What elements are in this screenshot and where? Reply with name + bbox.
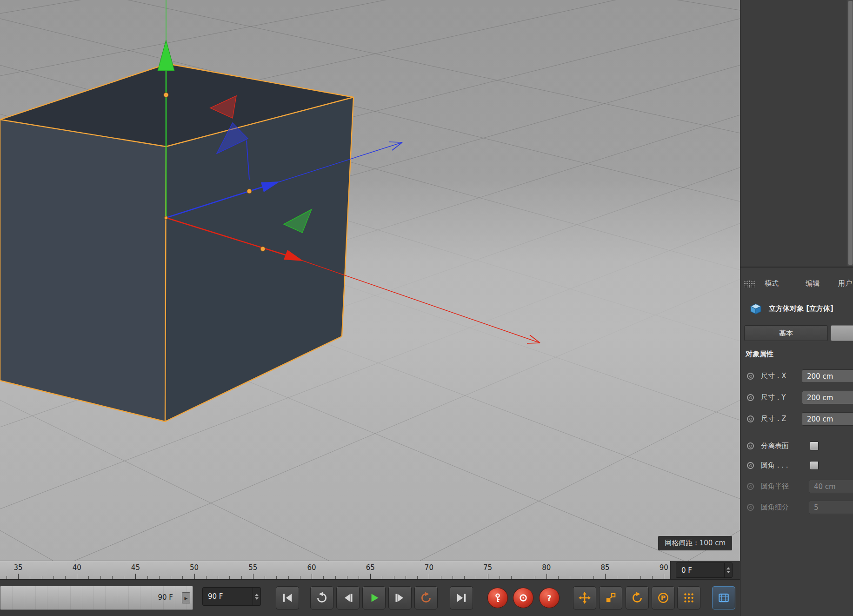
scrollbar-thumb[interactable] [848,1,853,265]
keyframe-dot-icon[interactable] [747,394,754,401]
play-button[interactable] [362,586,386,609]
attribute-tabs: 基本 [740,325,853,343]
animate-parameters-toggle[interactable]: P [652,586,675,609]
timeline-ruler[interactable]: 354045505560657075808590 0 F [0,561,740,579]
move-axes-icon [579,592,591,604]
ruler-tick [476,576,476,579]
keyframe-options-button[interactable]: ? [539,588,560,608]
animate-pla-toggle[interactable] [677,586,700,609]
tab-next-partial[interactable] [831,325,853,341]
ruler-tick [652,576,653,579]
spinner-arrows[interactable] [253,588,260,605]
ruler-tick [124,576,124,579]
size-z-input[interactable]: 200 cm [802,412,853,426]
size-x-input[interactable]: 200 cm [802,369,853,383]
property-row-fillet-subdivision: 圆角细分 5 [740,499,853,516]
ruler-label: 65 [366,563,375,572]
rotate-icon [631,592,643,604]
ruler-tick [382,576,382,579]
animate-position-toggle[interactable] [573,586,596,609]
ruler-tick [429,574,429,579]
ruler-tick [406,576,406,579]
loop-button[interactable] [414,586,438,609]
ruler-tick [582,576,582,579]
filmstrip-icon [718,592,730,604]
menu-item-mode[interactable]: 模式 [765,279,779,288]
goto-start-button[interactable] [276,586,299,609]
loop-icon [420,592,432,604]
next-frame-button[interactable] [388,586,412,609]
key-icon [492,592,503,603]
ruler-tick [394,576,394,579]
ruler-tick [194,574,195,579]
attributes-empty-area [740,0,853,268]
cube-left-face[interactable] [0,120,166,422]
menu-item-edit[interactable]: 编辑 [806,279,820,288]
animate-rotation-toggle[interactable] [626,586,649,609]
ruler-right-section: 0 F [670,561,740,579]
object-title: 立方体对象 [立方体] [769,304,833,313]
size-x-label: 尺寸 . X [761,372,786,381]
checkbox-fillet[interactable] [810,461,819,470]
ruler-tick [605,574,606,579]
range-end-grip[interactable]: ▶ [182,592,190,603]
parameter-p-icon: P [657,592,669,604]
keyframe-dot-icon[interactable] [747,442,754,449]
animation-toolbar: 90 F ▶ 90 F [0,579,740,616]
fillet-radius-input: 40 cm [809,480,853,493]
ruler-label: 75 [483,563,492,572]
checkbox-separate-surfaces[interactable] [810,442,819,450]
spinner-arrows[interactable] [724,563,732,577]
autokey-button[interactable] [513,588,533,608]
ruler-tick [488,574,488,579]
spin-up-icon[interactable] [726,567,730,569]
ruler-tick [535,576,535,579]
spin-down-icon[interactable] [726,571,730,573]
autokey-ring-icon [518,592,529,603]
ruler-label: 50 [190,563,199,572]
goto-start-icon [281,592,293,604]
ruler-tick [511,576,512,579]
spin-down-icon[interactable] [255,597,259,600]
size-y-label: 尺寸 . Y [761,393,786,402]
viewport-canvas[interactable] [0,0,740,561]
attributes-menubar: 模式 编辑 用户 [740,272,853,296]
ruler-tick [30,576,30,579]
play-icon [368,592,380,604]
menu-item-user[interactable]: 用户 [838,279,852,288]
spin-up-icon[interactable] [255,594,259,596]
keyframe-dot-icon[interactable] [747,415,754,422]
size-y-input[interactable]: 200 cm [802,391,853,404]
ruler-tick [288,576,289,579]
prev-frame-button[interactable] [336,586,360,609]
ruler-tick [42,576,42,579]
animate-scale-toggle[interactable] [599,586,622,609]
property-row-fillet-radius: 圆角半径 40 cm [740,478,853,495]
frame-field-spinner[interactable]: 90 F [202,587,261,606]
timeline-ruler-scale[interactable]: 354045505560657075808590 [0,561,670,579]
keyframe-dot-icon[interactable] [747,373,754,380]
scale-icon [605,592,617,604]
ruler-tick [7,576,7,579]
attributes-scrollbar[interactable] [847,0,853,266]
drag-handle-icon[interactable] [744,280,755,288]
keyframe-dot-icon[interactable] [747,462,754,469]
ruler-tick [18,574,19,579]
ruler-tick [53,576,54,579]
goto-end-button[interactable] [450,586,473,609]
viewport-3d[interactable]: 网格间距 : 100 cm [0,0,740,561]
ruler-tick [135,574,136,579]
ruler-tick [417,576,418,579]
grid-spacing-label: 网格间距 : 100 cm [658,536,732,550]
timeline-window-button[interactable] [712,586,735,609]
record-keyframe-button[interactable] [487,588,508,608]
point-grid-icon [683,592,695,604]
property-row-fillet: 圆角 . . . [740,457,853,475]
play-reverse-button[interactable] [310,586,333,609]
timeline-range-slider[interactable]: 90 F ▶ [0,586,193,610]
tab-basic[interactable]: 基本 [744,325,828,341]
current-frame-spinner[interactable]: 0 F [676,562,733,578]
ruler-label: 35 [13,563,22,572]
keyframe-dot-icon [747,483,754,490]
ruler-tick [206,576,207,579]
